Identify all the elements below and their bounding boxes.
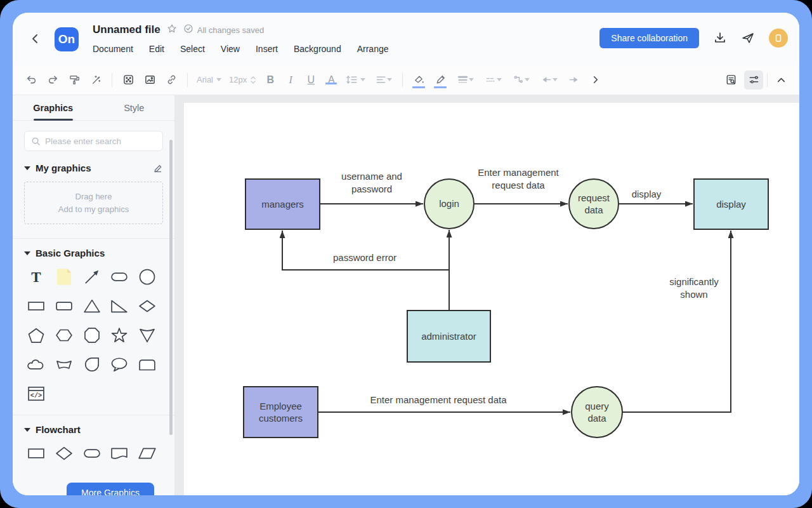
shape-teardrop[interactable]	[80, 352, 104, 377]
app-logo[interactable]: On	[55, 27, 79, 51]
font-size-stepper[interactable]: 12px	[226, 75, 259, 84]
edge-label-display[interactable]: display	[627, 188, 665, 201]
shape-diamond[interactable]	[135, 294, 159, 318]
shape-star[interactable]	[107, 323, 131, 347]
basic-graphics-grid: T </>	[13, 258, 174, 406]
drag-drop-zone[interactable]: Drag here Add to my graphics	[24, 182, 163, 224]
menu-document[interactable]: Document	[93, 44, 133, 54]
shape-arc-banner[interactable]	[52, 352, 76, 377]
collapse-triangle-icon[interactable]	[24, 428, 30, 432]
menu-view[interactable]: View	[221, 44, 240, 54]
content: Graphics Style My graphics Drag here Add…	[13, 95, 799, 495]
shape-document[interactable]	[107, 441, 131, 465]
settings-icon[interactable]	[744, 70, 763, 90]
stroke-color-icon[interactable]	[431, 70, 450, 90]
font-color-button[interactable]: A	[322, 74, 340, 86]
tab-style[interactable]: Style	[94, 95, 175, 120]
menu-insert[interactable]: Insert	[256, 44, 278, 54]
edit-pencil-icon[interactable]	[153, 163, 163, 173]
toolbar-divider	[402, 73, 403, 87]
menu-edit[interactable]: Edit	[149, 44, 164, 54]
sidebar-scrollbar[interactable]	[169, 140, 173, 435]
line-style-icon[interactable]	[480, 70, 506, 90]
chevron-down-icon	[469, 78, 474, 81]
shape-right-triangle[interactable]	[107, 294, 131, 318]
line-spacing-icon[interactable]	[343, 70, 368, 90]
node-login[interactable]: login	[424, 178, 475, 229]
connector-icon[interactable]	[508, 70, 534, 90]
node-employee-customers[interactable]: Employee customers	[243, 386, 318, 438]
search-box[interactable]	[24, 131, 163, 151]
italic-button[interactable]: I	[282, 74, 299, 86]
star-icon[interactable]	[167, 23, 177, 36]
node-request-data[interactable]: request data	[568, 178, 619, 229]
format-painter-icon[interactable]	[65, 70, 84, 90]
undo-icon[interactable]	[22, 70, 41, 90]
arrow-end-icon[interactable]	[564, 70, 583, 90]
fill-color-icon[interactable]	[409, 70, 428, 90]
edge-label-enter-management-top[interactable]: Enter management request data	[468, 166, 569, 192]
shape-rectangle[interactable]	[24, 294, 48, 318]
menu-select[interactable]: Select	[180, 44, 205, 54]
shape-cone[interactable]	[135, 323, 159, 347]
send-icon[interactable]	[741, 31, 755, 45]
canvas[interactable]: managers login request data display admi…	[184, 103, 799, 495]
shape-pentagon[interactable]	[24, 323, 48, 347]
shape-process[interactable]	[24, 441, 48, 465]
bold-button[interactable]: B	[261, 74, 279, 86]
underline-button[interactable]: U	[302, 74, 320, 86]
node-managers[interactable]: managers	[245, 178, 320, 230]
download-icon[interactable]	[713, 31, 727, 45]
document-title[interactable]: Unnamed file	[93, 23, 160, 36]
node-display[interactable]: display	[693, 178, 769, 230]
edge-label-username-password[interactable]: username and password	[327, 170, 416, 196]
shape-decision[interactable]	[52, 441, 76, 465]
shape-octagon[interactable]	[80, 323, 104, 347]
shape-rounded-rectangle[interactable]	[52, 294, 76, 318]
avatar[interactable]	[769, 29, 788, 48]
shape-cloud[interactable]	[24, 352, 48, 377]
find-icon[interactable]	[721, 70, 740, 90]
shape-terminator[interactable]	[80, 441, 104, 465]
align-icon[interactable]	[370, 70, 396, 90]
shape-note[interactable]	[52, 265, 76, 289]
edge-label-password-error[interactable]: password error	[327, 251, 403, 264]
more-icon[interactable]	[586, 70, 605, 90]
link-icon[interactable]	[162, 70, 181, 90]
font-family-dropdown[interactable]: Arial	[194, 75, 224, 84]
more-graphics-button[interactable]: More Graphics	[67, 483, 154, 495]
node-administrator[interactable]: administrator	[407, 310, 491, 363]
search-input[interactable]	[45, 137, 156, 146]
shape-code-block[interactable]: </>	[24, 382, 48, 406]
node-query-data[interactable]: query data	[571, 386, 623, 438]
redo-icon[interactable]	[43, 70, 62, 90]
shape-arrow[interactable]	[80, 265, 104, 289]
arrow-start-icon[interactable]	[536, 70, 561, 90]
collapse-icon[interactable]	[771, 70, 790, 90]
collapse-triangle-icon[interactable]	[24, 251, 30, 255]
back-icon[interactable]	[29, 32, 42, 45]
shape-circle[interactable]	[135, 265, 159, 289]
chevron-down-icon	[525, 78, 530, 81]
edge-label-significantly-shown[interactable]: significantly shown	[656, 276, 732, 302]
share-collaboration-button[interactable]: Share collaboration	[599, 28, 699, 48]
line-width-icon[interactable]	[452, 70, 478, 90]
font-family-value: Arial	[197, 75, 213, 84]
basic-graphics-title: Basic Graphics	[36, 248, 105, 258]
edge-label-enter-management-bottom[interactable]: Enter management request data	[359, 394, 518, 406]
pattern-icon[interactable]	[119, 70, 138, 90]
menu-arrange[interactable]: Arrange	[357, 44, 389, 54]
shape-speech-bubble[interactable]	[107, 352, 131, 377]
image-icon[interactable]	[140, 70, 159, 90]
shape-data[interactable]	[135, 441, 159, 465]
toolbar: Arial 12px B I U A	[13, 65, 799, 95]
menu-background[interactable]: Background	[294, 44, 341, 54]
shape-text[interactable]: T	[24, 265, 48, 289]
shape-hexagon[interactable]	[52, 323, 76, 347]
shape-card[interactable]	[135, 352, 159, 377]
magic-wand-icon[interactable]	[86, 70, 105, 90]
shape-pill[interactable]	[107, 265, 131, 289]
tab-graphics[interactable]: Graphics	[13, 95, 94, 120]
shape-triangle[interactable]	[80, 294, 104, 318]
collapse-triangle-icon[interactable]	[24, 166, 30, 170]
